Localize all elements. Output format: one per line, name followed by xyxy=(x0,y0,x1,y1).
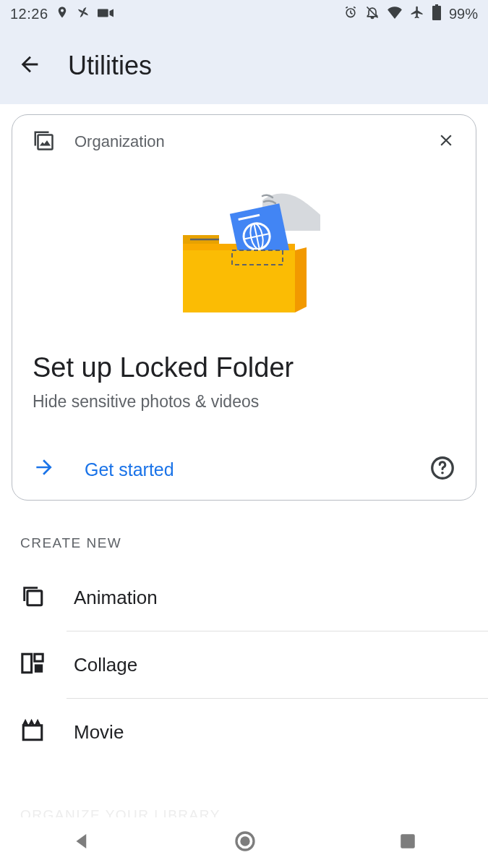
status-clock: 12:26 xyxy=(10,6,48,22)
wifi-icon xyxy=(387,6,403,22)
collage-icon xyxy=(20,651,45,678)
cta-label: Get started xyxy=(85,459,174,480)
locked-folder-illustration xyxy=(33,154,455,352)
svg-rect-19 xyxy=(35,654,43,661)
card-subtitle: Hide sensitive photos & videos xyxy=(33,392,455,412)
notifications-off-icon xyxy=(365,5,380,23)
svg-rect-20 xyxy=(35,664,43,672)
battery-icon xyxy=(432,4,442,24)
pinwheel-icon xyxy=(76,5,90,23)
page-title: Utilities xyxy=(68,51,152,81)
svg-point-22 xyxy=(241,836,250,846)
airplane-icon xyxy=(410,5,424,23)
svg-rect-4 xyxy=(435,4,438,6)
create-collage[interactable]: Collage xyxy=(0,631,488,698)
locked-folder-card: Organization xyxy=(12,114,476,501)
svg-point-16 xyxy=(441,472,444,475)
svg-rect-23 xyxy=(401,834,415,848)
list-item-label: Collage xyxy=(74,654,137,676)
app-bar: Utilities xyxy=(0,27,488,104)
arrow-right-icon xyxy=(33,456,56,483)
card-category: Organization xyxy=(74,132,165,151)
svg-rect-18 xyxy=(22,654,32,673)
alarm-icon xyxy=(343,5,358,23)
create-new-header: CREATE NEW xyxy=(0,501,488,564)
close-button[interactable] xyxy=(437,131,455,153)
help-button[interactable] xyxy=(429,455,455,484)
svg-rect-0 xyxy=(98,9,108,17)
create-movie[interactable]: Movie xyxy=(0,699,488,765)
camera-icon xyxy=(98,6,114,22)
card-title: Set up Locked Folder xyxy=(33,352,455,383)
location-icon xyxy=(56,6,69,22)
nav-recent[interactable] xyxy=(398,832,417,854)
status-bar: 12:26 xyxy=(0,0,488,27)
system-navbar xyxy=(0,817,488,868)
create-animation[interactable]: Animation xyxy=(0,564,488,631)
battery-percent: 99% xyxy=(449,6,478,22)
animation-icon xyxy=(20,584,45,611)
get-started-button[interactable]: Get started xyxy=(33,456,174,483)
list-item-label: Movie xyxy=(74,721,124,744)
svg-rect-3 xyxy=(432,6,441,20)
nav-back[interactable] xyxy=(71,830,93,855)
movie-icon xyxy=(20,718,45,746)
photos-stack-icon xyxy=(33,129,54,154)
svg-rect-5 xyxy=(38,135,53,150)
svg-rect-17 xyxy=(27,591,42,605)
back-button[interactable] xyxy=(17,52,42,80)
list-item-label: Animation xyxy=(74,587,158,609)
nav-home[interactable] xyxy=(234,830,257,856)
